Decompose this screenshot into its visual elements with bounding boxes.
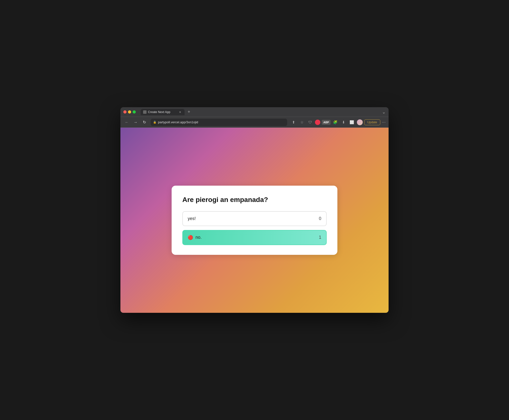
share-button[interactable]: ⬆ bbox=[290, 119, 297, 126]
bookmark-button[interactable]: ☆ bbox=[298, 119, 305, 126]
maximize-traffic-light[interactable] bbox=[133, 110, 136, 114]
poll-option-no[interactable]: 🔴 no. 1 bbox=[182, 230, 327, 245]
address-bar[interactable]: 🔒 partypoll.vercel.app/3xn1ojid bbox=[151, 119, 287, 126]
poll-option-yes-label: yes! bbox=[188, 216, 196, 221]
tab-close-button[interactable]: × bbox=[179, 110, 181, 114]
url-text: partypoll.vercel.app/3xn1ojid bbox=[158, 120, 198, 124]
shield-button[interactable]: 🛡 bbox=[307, 119, 313, 126]
lock-icon: 🔒 bbox=[153, 121, 157, 124]
poll-question: Are pierogi an empanada? bbox=[182, 195, 327, 204]
sidebar-button[interactable]: ⬜ bbox=[349, 119, 355, 126]
poll-option-yes-text: yes! bbox=[188, 216, 196, 221]
nav-actions: ⬆ ☆ 🛡 ABP 🧩 ⬇ ⬜ Update ⋯ bbox=[290, 119, 386, 126]
forward-button[interactable]: → bbox=[132, 119, 139, 126]
tab-bar: Create Next App × + bbox=[141, 109, 380, 115]
shield-icon: 🛡 bbox=[308, 120, 312, 124]
star-icon: ☆ bbox=[300, 120, 303, 124]
poll-option-yes-count: 0 bbox=[319, 216, 321, 221]
active-tab[interactable]: Create Next App × bbox=[141, 109, 185, 115]
browser-window: Create Next App × + ⌄ ← → ↻ 🔒 partypoll.… bbox=[120, 107, 389, 313]
poll-option-yes[interactable]: yes! 0 bbox=[182, 211, 327, 226]
title-bar: Create Next App × + ⌄ bbox=[120, 107, 389, 117]
poll-option-no-label: 🔴 no. bbox=[188, 235, 202, 240]
poll-card: Are pierogi an empanada? yes! 0 🔴 no. 1 bbox=[172, 186, 337, 255]
window-chevron-icon: ⌄ bbox=[382, 109, 386, 115]
update-button[interactable]: Update bbox=[364, 119, 380, 125]
more-options-button[interactable]: ⋯ bbox=[382, 120, 386, 124]
svg-marker-0 bbox=[144, 111, 146, 113]
download-icon: ⬇ bbox=[342, 120, 345, 124]
extensions-button[interactable]: 🧩 bbox=[332, 119, 339, 126]
profile-avatar[interactable] bbox=[357, 119, 363, 125]
poll-options: yes! 0 🔴 no. 1 bbox=[182, 211, 327, 245]
sidebar-icon: ⬜ bbox=[350, 120, 354, 124]
close-traffic-light[interactable] bbox=[123, 110, 127, 114]
abp-badge[interactable]: ABP bbox=[322, 120, 330, 125]
poll-option-no-count: 1 bbox=[319, 235, 321, 240]
traffic-lights bbox=[123, 110, 136, 114]
minimize-traffic-light[interactable] bbox=[128, 110, 131, 114]
share-icon: ⬆ bbox=[292, 120, 295, 124]
tab-favicon bbox=[143, 110, 147, 114]
download-button[interactable]: ⬇ bbox=[340, 119, 347, 126]
refresh-button[interactable]: ↻ bbox=[141, 119, 148, 126]
puzzle-icon: 🧩 bbox=[333, 120, 338, 124]
new-tab-button[interactable]: + bbox=[186, 109, 192, 115]
poll-option-no-text: no. bbox=[196, 235, 202, 240]
tab-title: Create Next App bbox=[148, 110, 178, 114]
back-button[interactable]: ← bbox=[123, 119, 130, 126]
nav-bar: ← → ↻ 🔒 partypoll.vercel.app/3xn1ojid ⬆ … bbox=[120, 117, 389, 128]
poll-option-no-icon: 🔴 bbox=[188, 235, 193, 240]
page-content: Are pierogi an empanada? yes! 0 🔴 no. 1 bbox=[120, 128, 389, 313]
window-chevron[interactable]: ⌄ bbox=[382, 109, 386, 115]
adblock-red-button[interactable] bbox=[315, 120, 320, 125]
